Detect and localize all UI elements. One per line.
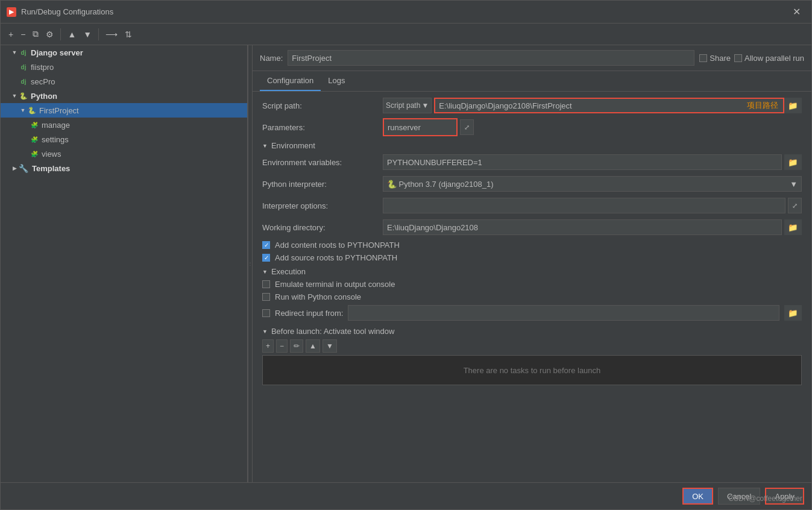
- move-up-button[interactable]: ▲: [65, 28, 79, 41]
- execution-label: Execution: [271, 267, 306, 276]
- redirect-input-folder-button[interactable]: 📁: [784, 305, 802, 321]
- sidebar-item-settings[interactable]: 🧩 settings: [1, 132, 247, 146]
- parameters-input[interactable]: [384, 119, 456, 135]
- close-button[interactable]: ✕: [788, 4, 805, 20]
- remove-config-button[interactable]: −: [17, 28, 28, 41]
- sidebar-item-firstproject[interactable]: ▼ 🐍 FirstProject: [1, 103, 247, 118]
- name-input[interactable]: [288, 50, 694, 66]
- tab-logs[interactable]: Logs: [321, 71, 352, 91]
- parallel-checkbox[interactable]: [734, 54, 742, 62]
- before-launch-edit-button[interactable]: ✏: [290, 339, 303, 353]
- working-directory-row: Working directory: 📁: [262, 219, 802, 236]
- move-down-button[interactable]: ▼: [80, 28, 95, 41]
- before-launch-label: Before launch: Activate tool window: [271, 327, 395, 336]
- interpreter-options-expand-button[interactable]: ⤢: [788, 198, 802, 213]
- check-icon: ✓: [264, 242, 269, 248]
- tab-configuration[interactable]: Configuration: [260, 71, 321, 91]
- sidebar-label-views: views: [42, 150, 61, 159]
- toolbar-separator-2: [98, 28, 99, 40]
- python-interpreter-dropdown[interactable]: 🐍 Python 3.7 (django2108_1) ▼: [383, 176, 802, 192]
- before-launch-remove-button[interactable]: −: [276, 339, 288, 353]
- add-source-roots-label: Add source roots to PYTHONPATH: [275, 253, 397, 262]
- script-path-type-dropdown[interactable]: Script path ▼: [383, 98, 432, 113]
- share-area: Share Allow parallel run: [699, 54, 804, 63]
- parameters-expand-button[interactable]: ⤢: [460, 119, 474, 135]
- django-icon-secpro: dj: [19, 77, 28, 86]
- share-checkbox[interactable]: [699, 54, 707, 62]
- sidebar-item-templates[interactable]: ▶ 🔧 Templates: [1, 161, 247, 175]
- interpreter-options-input[interactable]: [383, 198, 785, 213]
- interpreter-options-row: Interpreter options: ⤢: [262, 197, 802, 214]
- django-icon: dj: [19, 48, 28, 57]
- python-interpreter-value-area: 🐍 Python 3.7 (django2108_1) ▼: [383, 176, 802, 192]
- add-source-roots-checkbox[interactable]: ✓: [262, 254, 270, 262]
- env-vars-input[interactable]: [383, 154, 782, 170]
- python-icon-firstproject: 🐍: [27, 105, 37, 115]
- env-vars-folder-button[interactable]: 📁: [784, 154, 802, 170]
- python-interpreter-value: 🐍 Python 3.7 (django2108_1): [387, 180, 493, 189]
- sidebar-item-fiistpro[interactable]: dj fiistpro: [1, 60, 247, 74]
- emulate-terminal-checkbox[interactable]: [262, 280, 270, 288]
- redirect-input-label: Redirect input from:: [275, 309, 343, 318]
- copy-config-button[interactable]: ⧉: [30, 27, 42, 41]
- add-config-button[interactable]: +: [5, 28, 16, 41]
- run-debug-configurations-dialog: ▶ Run/Debug Configurations ✕ + − ⧉ ⚙ ▲ ▼…: [0, 0, 812, 510]
- execution-arrow: ▼: [262, 269, 268, 275]
- working-directory-value-area: 📁: [383, 219, 802, 235]
- before-launch-header: ▼ Before launch: Activate tool window: [262, 327, 802, 336]
- redirect-input-checkbox[interactable]: [262, 309, 270, 317]
- expand-arrow-firstproject: ▼: [19, 106, 27, 115]
- settings-button[interactable]: ⚙: [43, 28, 57, 41]
- before-launch-up-button[interactable]: ▲: [306, 339, 320, 353]
- script-path-input[interactable]: [435, 99, 742, 112]
- sidebar-item-secpro[interactable]: dj secPro: [1, 74, 247, 89]
- resize-handle[interactable]: ⋮: [248, 45, 253, 482]
- add-content-roots-label: Add content roots to PYTHONPATH: [275, 241, 400, 250]
- parameters-row: Parameters: ⤢: [262, 118, 802, 136]
- expand-arrow-django: ▼: [10, 48, 19, 57]
- working-directory-input[interactable]: [383, 219, 782, 235]
- script-path-row: Script path: Script path ▼ 项目路径 📁: [262, 98, 802, 113]
- env-vars-row: Environment variables: 📁: [262, 154, 802, 171]
- add-source-roots-row: ✓ Add source roots to PYTHONPATH: [262, 253, 802, 262]
- sidebar-item-manage[interactable]: 🧩 manage: [1, 118, 247, 132]
- module-icon-views: 🧩: [30, 149, 39, 159]
- move-to-group-button[interactable]: ⟶: [102, 28, 121, 41]
- emulate-terminal-label: Emulate terminal in output console: [275, 280, 395, 289]
- sidebar: ▼ dj Django server dj fiistpro dj secPro…: [1, 45, 248, 482]
- run-python-console-row: Run with Python console: [262, 292, 802, 301]
- parameters-value-area: ⤢: [383, 118, 802, 136]
- ok-button[interactable]: OK: [682, 488, 713, 505]
- python-interpreter-label: Python interpreter:: [262, 180, 383, 189]
- share-checkbox-label[interactable]: Share: [699, 54, 731, 63]
- run-python-console-checkbox[interactable]: [262, 293, 270, 301]
- module-icon-manage: 🧩: [30, 120, 39, 130]
- redirect-input-field[interactable]: [348, 305, 779, 321]
- name-bar: Name: Share Allow parallel run: [253, 45, 811, 71]
- dropdown-arrow: ▼: [421, 101, 429, 110]
- script-path-label: Script path:: [262, 101, 383, 110]
- sidebar-item-python-group[interactable]: ▼ 🐍 Python: [1, 89, 247, 103]
- sidebar-label-templates: Templates: [32, 164, 70, 173]
- redirect-input-row: Redirect input from: 📁: [262, 305, 802, 321]
- interpreter-options-value-area: ⤢: [383, 198, 802, 213]
- before-launch-down-button[interactable]: ▼: [323, 339, 337, 353]
- env-vars-label: Environment variables:: [262, 158, 383, 167]
- sidebar-item-django-server[interactable]: ▼ dj Django server: [1, 45, 247, 60]
- script-path-input-wrap: 项目路径: [434, 98, 784, 113]
- before-launch-empty: There are no tasks to run before launch: [262, 355, 802, 385]
- python-group-icon: 🐍: [19, 91, 28, 101]
- sidebar-item-views[interactable]: 🧩 views: [1, 146, 247, 161]
- sidebar-label-django-server: Django server: [31, 48, 83, 57]
- env-vars-value-area: 📁: [383, 154, 802, 170]
- before-launch-arrow: ▼: [262, 329, 268, 335]
- sort-button[interactable]: ⇅: [122, 28, 135, 41]
- working-directory-folder-button[interactable]: 📁: [784, 219, 802, 235]
- parallel-checkbox-label[interactable]: Allow parallel run: [734, 54, 804, 63]
- sidebar-label-secpro: secPro: [31, 77, 55, 86]
- script-path-folder-button[interactable]: 📁: [784, 98, 802, 113]
- add-content-roots-checkbox[interactable]: ✓: [262, 241, 270, 249]
- before-launch-toolbar: + − ✏ ▲ ▼: [262, 339, 802, 353]
- right-panel: Name: Share Allow parallel run Configu: [253, 45, 811, 482]
- before-launch-add-button[interactable]: +: [262, 339, 274, 353]
